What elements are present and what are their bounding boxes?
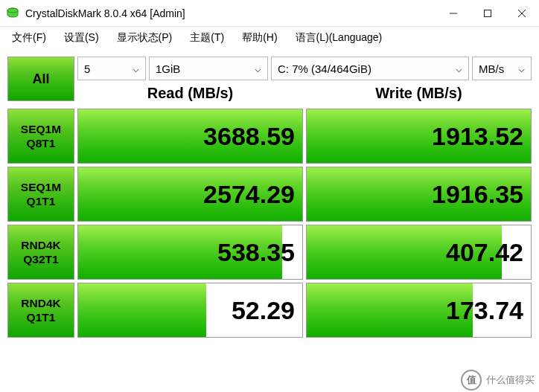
close-button[interactable] xyxy=(505,0,539,26)
unit-value: MB/s xyxy=(479,62,518,75)
test-label-1: SEQ1M xyxy=(21,122,61,136)
menu-language[interactable]: 语言(L)(Language) xyxy=(288,28,390,48)
size-value: 1GiB xyxy=(156,62,255,75)
table-row: SEQ1M Q1T1 2574.29 1916.35 xyxy=(7,167,532,222)
test-label-1: SEQ1M xyxy=(21,180,61,194)
titlebar: CrystalDiskMark 8.0.4 x64 [Admin] xyxy=(0,0,539,27)
write-header: Write (MB/s) xyxy=(306,80,532,106)
test-label-2: Q8T1 xyxy=(27,136,56,150)
menubar: 文件(F) 设置(S) 显示状态(P) 主题(T) 帮助(H) 语言(L)(La… xyxy=(0,27,539,49)
menu-theme[interactable]: 主题(T) xyxy=(182,28,232,48)
read-value: 3688.59 xyxy=(203,122,295,151)
test-button-seq1m-q8t1[interactable]: SEQ1M Q8T1 xyxy=(7,109,74,164)
drive-value: C: 7% (34/464GiB) xyxy=(278,62,456,75)
runs-value: 5 xyxy=(84,62,133,75)
minimize-button[interactable] xyxy=(436,0,471,26)
svg-rect-3 xyxy=(485,10,491,16)
maximize-button[interactable] xyxy=(471,0,505,26)
table-row: SEQ1M Q8T1 3688.59 1913.52 xyxy=(7,109,532,164)
read-result: 3688.59 xyxy=(77,109,303,164)
write-result: 1916.35 xyxy=(306,167,532,222)
size-select[interactable]: 1GiB ⌵ xyxy=(149,57,268,80)
read-header: Read (MB/s) xyxy=(77,80,303,106)
write-value: 1913.52 xyxy=(432,122,523,151)
chevron-down-icon: ⌵ xyxy=(518,62,525,75)
read-value: 2574.29 xyxy=(203,180,295,209)
test-button-rnd4k-q32t1[interactable]: RND4K Q32T1 xyxy=(7,225,74,280)
test-label-2: Q32T1 xyxy=(23,252,58,266)
chevron-down-icon: ⌵ xyxy=(456,62,462,75)
read-value: 538.35 xyxy=(217,238,295,267)
test-label-2: Q1T1 xyxy=(27,194,56,208)
read-bar xyxy=(78,283,206,337)
test-label-1: RND4K xyxy=(21,296,60,310)
watermark: 值 什么值得买 xyxy=(461,370,535,391)
test-button-rnd4k-q1t1[interactable]: RND4K Q1T1 xyxy=(7,283,74,338)
read-result: 52.29 xyxy=(77,283,303,338)
app-icon xyxy=(6,7,19,20)
write-result: 173.74 xyxy=(306,283,532,338)
write-result: 1913.52 xyxy=(306,109,532,164)
chevron-down-icon: ⌵ xyxy=(133,62,139,75)
main-panel: All 5 ⌵ 1GiB ⌵ C: 7% (34/464GiB) ⌵ MB/s … xyxy=(0,49,539,345)
table-row: RND4K Q1T1 52.29 173.74 xyxy=(7,283,532,338)
write-value: 1916.35 xyxy=(432,180,523,209)
column-headers: Read (MB/s) Write (MB/s) xyxy=(7,80,532,106)
menu-help[interactable]: 帮助(H) xyxy=(235,28,284,48)
chevron-down-icon: ⌵ xyxy=(255,62,261,75)
write-value: 407.42 xyxy=(446,238,523,267)
table-row: RND4K Q32T1 538.35 407.42 xyxy=(7,225,532,280)
read-result: 2574.29 xyxy=(77,167,303,222)
test-label-2: Q1T1 xyxy=(27,310,56,324)
menu-settings[interactable]: 设置(S) xyxy=(57,28,106,48)
menu-state[interactable]: 显示状态(P) xyxy=(109,28,180,48)
read-result: 538.35 xyxy=(77,225,303,280)
menu-file[interactable]: 文件(F) xyxy=(4,28,54,48)
write-result: 407.42 xyxy=(306,225,532,280)
window-title: CrystalDiskMark 8.0.4 x64 [Admin] xyxy=(25,7,436,19)
write-value: 173.74 xyxy=(446,296,523,325)
watermark-text: 什么值得买 xyxy=(486,373,535,387)
test-label-1: RND4K xyxy=(21,238,60,252)
read-value: 52.29 xyxy=(232,296,295,325)
window-controls xyxy=(436,0,539,26)
drive-select[interactable]: C: 7% (34/464GiB) ⌵ xyxy=(271,57,469,80)
unit-select[interactable]: MB/s ⌵ xyxy=(472,57,532,80)
test-button-seq1m-q1t1[interactable]: SEQ1M Q1T1 xyxy=(7,167,74,222)
benchmark-table: SEQ1M Q8T1 3688.59 1913.52 SEQ1M Q1T1 25… xyxy=(7,109,532,338)
watermark-icon: 值 xyxy=(461,370,482,391)
runs-select[interactable]: 5 ⌵ xyxy=(77,57,146,80)
